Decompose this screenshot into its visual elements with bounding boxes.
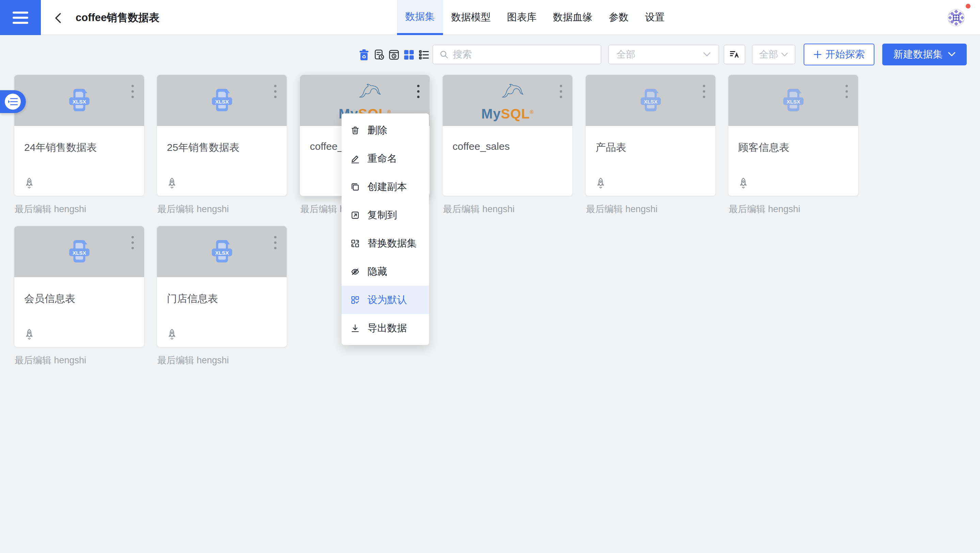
- top-bar: coffee销售数据表 数据集 数据模型 图表库 数据血缘 参数 设置: [0, 0, 980, 35]
- type-filter-value: 全部: [616, 48, 635, 61]
- svg-text:XLSX: XLSX: [644, 99, 657, 105]
- view-toolbar: ♻: [358, 48, 430, 61]
- xlsx-file-icon: XLSX: [208, 237, 236, 266]
- card-footer: 最后编辑 hengshi: [729, 203, 800, 215]
- dataset-card[interactable]: MySQL® coffee_sales: [442, 75, 573, 196]
- xlsx-file-icon: XLSX: [208, 86, 236, 115]
- svg-text:♻: ♻: [362, 54, 366, 60]
- set-default-icon: [350, 295, 360, 305]
- card-thumbnail: MySQL®: [443, 75, 573, 126]
- card-more-menu-icon[interactable]: [840, 81, 853, 102]
- menu-item-label: 导出数据: [368, 321, 407, 335]
- avatar[interactable]: [947, 9, 965, 27]
- plus-icon: [813, 50, 822, 59]
- catalog-drawer-handle[interactable]: [0, 90, 26, 113]
- nav-tabs: 数据集 数据模型 图表库 数据血缘 参数 设置: [397, 0, 673, 35]
- search-box: [433, 44, 601, 64]
- dataset-card[interactable]: XLSX 门店信息表: [157, 226, 287, 347]
- svg-text:XLSX: XLSX: [72, 99, 86, 105]
- dataset-card[interactable]: XLSX 顾客信息表: [728, 75, 858, 196]
- grid-view-icon[interactable]: [402, 48, 415, 61]
- card-title: 24年销售数据表: [24, 141, 136, 154]
- tab-chart-library[interactable]: 图表库: [499, 0, 545, 35]
- dataset-card[interactable]: XLSX 会员信息表: [14, 226, 145, 347]
- sort-button[interactable]: [724, 44, 745, 64]
- card-context-menu: 删除 重命名 创建副本 复制到: [342, 113, 429, 345]
- hamburger-menu-icon[interactable]: [0, 0, 41, 35]
- tab-parameters[interactable]: 参数: [601, 0, 637, 35]
- recycle-bin-icon[interactable]: ♻: [358, 48, 371, 61]
- svg-text:XLSX: XLSX: [72, 250, 86, 256]
- mysql-dolphin-icon: [359, 83, 381, 101]
- rocket-icon: [23, 177, 35, 189]
- tab-settings[interactable]: 设置: [637, 0, 673, 35]
- card-footer: 最后编辑 hengshi: [158, 354, 229, 366]
- rocket-icon: [166, 177, 178, 189]
- mysql-dolphin-icon: [501, 83, 524, 101]
- xlsx-file-icon: XLSX: [636, 86, 665, 115]
- create-dataset-button[interactable]: 新建数据集: [882, 44, 967, 65]
- card-footer: 最后编辑 hengshi: [14, 354, 86, 366]
- start-explore-button[interactable]: 开始探索: [803, 44, 875, 65]
- menu-item-copy-to[interactable]: 复制到: [342, 201, 429, 229]
- card-more-menu-icon[interactable]: [269, 81, 281, 102]
- start-explore-label: 开始探索: [826, 48, 865, 61]
- menu-item-replace-dataset[interactable]: 替换数据集: [342, 229, 429, 257]
- recent-files-icon[interactable]: [372, 48, 385, 61]
- svg-text:XLSX: XLSX: [215, 99, 229, 105]
- menu-item-export-data[interactable]: 导出数据: [342, 314, 429, 342]
- back-button[interactable]: [52, 11, 65, 25]
- eye-off-icon: [350, 267, 360, 277]
- snapshot-icon[interactable]: [388, 48, 401, 61]
- pencil-icon: [350, 154, 360, 164]
- card-title: 25年销售数据表: [167, 141, 278, 154]
- menu-item-delete[interactable]: 删除: [342, 116, 429, 145]
- copy-to-icon: [350, 210, 360, 220]
- card-footer: 最后编辑 hengshi: [158, 203, 229, 215]
- card-more-menu-icon[interactable]: [269, 232, 281, 253]
- rocket-icon: [595, 177, 607, 189]
- chevron-down-icon: [703, 52, 711, 57]
- list-view-icon[interactable]: [417, 48, 430, 61]
- menu-item-duplicate[interactable]: 创建副本: [342, 173, 429, 201]
- search-input[interactable]: [453, 49, 595, 60]
- menu-item-rename[interactable]: 重命名: [342, 145, 429, 173]
- card-more-menu-icon[interactable]: [412, 81, 424, 102]
- trash-icon: [350, 125, 360, 135]
- catalog-outline-icon: [5, 94, 21, 110]
- card-more-menu-icon[interactable]: [555, 81, 567, 102]
- card-more-menu-icon[interactable]: [698, 81, 710, 102]
- type-filter-select[interactable]: 全部: [608, 44, 719, 64]
- dataset-card[interactable]: XLSX 产品表: [585, 75, 716, 196]
- chevron-down-icon: [781, 52, 788, 57]
- rocket-icon: [23, 328, 35, 340]
- card-more-menu-icon[interactable]: [126, 232, 138, 253]
- tab-data-lineage[interactable]: 数据血缘: [545, 0, 601, 35]
- page-title: coffee销售数据表: [76, 0, 159, 35]
- tab-data-model[interactable]: 数据模型: [443, 0, 499, 35]
- svg-text:XLSX: XLSX: [786, 99, 800, 105]
- card-thumbnail: XLSX: [729, 75, 858, 126]
- tab-dataset[interactable]: 数据集: [397, 0, 443, 35]
- menu-item-label: 创建副本: [368, 180, 407, 194]
- rocket-icon: [737, 177, 749, 189]
- xlsx-file-icon: XLSX: [779, 86, 808, 115]
- dataset-card[interactable]: XLSX 24年销售数据表: [14, 75, 145, 196]
- card-title: 顾客信息表: [738, 141, 850, 154]
- sort-az-icon: [729, 48, 741, 60]
- svg-text:XLSX: XLSX: [215, 250, 229, 256]
- card-footer: 最后编辑 hengshi: [14, 203, 86, 215]
- owner-filter-select[interactable]: 全部: [752, 44, 795, 64]
- menu-item-hide[interactable]: 隐藏: [342, 257, 429, 286]
- card-thumbnail: XLSX: [586, 75, 716, 126]
- card-footer: 最后编辑 hengshi: [443, 203, 514, 215]
- card-more-menu-icon[interactable]: [126, 81, 138, 102]
- dataset-card[interactable]: XLSX 25年销售数据表: [157, 75, 287, 196]
- card-title: 会员信息表: [24, 292, 136, 306]
- menu-item-set-default[interactable]: 设为默认: [342, 286, 429, 314]
- download-icon: [350, 323, 360, 334]
- menu-item-label: 设为默认: [368, 293, 407, 307]
- card-thumbnail: XLSX: [157, 75, 287, 126]
- menu-item-label: 替换数据集: [368, 237, 417, 250]
- chevron-down-icon: [948, 52, 956, 57]
